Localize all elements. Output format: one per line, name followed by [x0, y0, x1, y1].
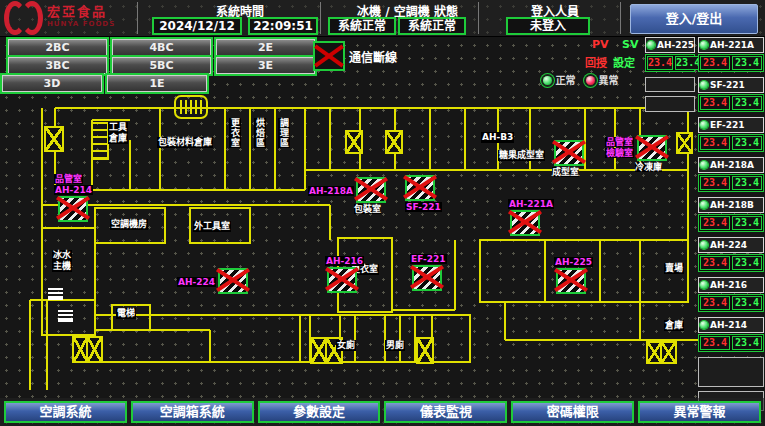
- damper-x-icon: [510, 210, 540, 236]
- marker-unit-label: SF-221: [405, 202, 442, 212]
- unit-status-led: [700, 161, 708, 169]
- empty-slot: [698, 357, 764, 387]
- nav-button[interactable]: 參數設定: [258, 401, 381, 423]
- comm-fault-marker[interactable]: 成型室: [554, 140, 584, 166]
- divider: [137, 2, 138, 34]
- comm-error-x-icon: [313, 41, 345, 71]
- comm-fault-marker[interactable]: AH-224: [218, 268, 248, 294]
- stairwell-x-icon: [86, 336, 103, 363]
- login-user-value: 未登入: [506, 17, 590, 35]
- unit-block[interactable]: AH-218A 23.4 23.4: [698, 157, 764, 192]
- unit-name: AH-221A: [710, 40, 754, 50]
- unit-sv-value: 23.4: [732, 136, 762, 150]
- comm-fault-marker[interactable]: AH-216: [327, 267, 357, 293]
- comm-fault-marker[interactable]: AH-218A 包裝室: [356, 177, 386, 203]
- unit-name-row[interactable]: AH-224: [698, 237, 764, 253]
- unit-values: 23.4 23.4: [645, 54, 695, 72]
- zone-button[interactable]: 2E: [216, 39, 315, 56]
- marker-room-label: 品管室: [54, 174, 83, 184]
- comm-fault-marker[interactable]: AH-221A: [510, 210, 540, 236]
- unit-pv-value: 23.4: [700, 176, 730, 190]
- room-label: 更衣室: [229, 118, 241, 148]
- stairwell-x-icon: [676, 132, 693, 154]
- damper-x-icon: [554, 140, 584, 166]
- unit-block[interactable]: AH-214 23.4 23.4: [698, 317, 764, 352]
- nav-button[interactable]: 空調系統: [4, 401, 127, 423]
- unit-name-row[interactable]: SF-221: [698, 77, 764, 93]
- damper-x-icon: [327, 267, 357, 293]
- logo-crescent-icon: [21, 1, 43, 35]
- damper-x-icon: [556, 268, 586, 294]
- abnormal-label: 異常: [598, 75, 618, 86]
- room-label: 外工具室: [193, 221, 231, 232]
- unit-name-row[interactable]: AH-225: [645, 37, 695, 53]
- unit-column-left: AH-225 23.4 23.4: [645, 37, 695, 116]
- room-label: 女廁: [336, 340, 356, 351]
- unit-status-led: [700, 121, 708, 129]
- comm-fault-marker[interactable]: 品管室 檢驗室 冷凍庫: [637, 135, 667, 161]
- unit-sv-value: 23.4: [732, 56, 762, 70]
- zone-button[interactable]: 1E: [107, 75, 207, 92]
- unit-status-led: [700, 321, 708, 329]
- comm-fault-marker[interactable]: EF-221: [412, 265, 442, 291]
- unit-values: 23.4 23.4: [698, 294, 764, 312]
- ladder-icon: [92, 123, 108, 159]
- zone-button[interactable]: 3BC: [8, 57, 107, 74]
- unit-pv-value: 23.4: [700, 216, 730, 230]
- brand-name-en: HUNYA FOODS: [47, 18, 115, 30]
- unit-sv-value: 23.4: [732, 96, 762, 110]
- nav-button[interactable]: 儀表監視: [384, 401, 507, 423]
- unit-block[interactable]: AH-218B 23.4 23.4: [698, 197, 764, 232]
- system-date-value: 2024/12/12: [152, 17, 242, 35]
- zone-button[interactable]: 4BC: [112, 39, 211, 56]
- damper-x-icon: [58, 196, 88, 222]
- unit-name-row[interactable]: AH-216: [698, 277, 764, 293]
- zone-button[interactable]: 3E: [216, 57, 315, 74]
- system-time-value: 22:09:51: [248, 17, 318, 35]
- unit-list-left: AH-225 23.4 23.4: [645, 37, 695, 77]
- unit-name-row[interactable]: AH-221A: [698, 37, 764, 53]
- damper-x-icon: [412, 265, 442, 291]
- unit-name: AH-218B: [710, 200, 754, 210]
- unit-block[interactable]: AH-221A 23.4 23.4: [698, 37, 764, 72]
- unit-values: 23.4 23.4: [698, 94, 764, 112]
- unit-block[interactable]: AH-224 23.4 23.4: [698, 237, 764, 272]
- green-led-icon: [543, 76, 552, 85]
- normal-legend: 正常: [543, 72, 575, 87]
- nav-button[interactable]: 空調箱系統: [131, 401, 254, 423]
- zone-button[interactable]: 5BC: [112, 57, 211, 74]
- pv-label: PV: [592, 38, 609, 51]
- empty-slot: [645, 96, 695, 112]
- room-label: 烘焙區: [254, 118, 266, 148]
- unit-name-row[interactable]: AH-214: [698, 317, 764, 333]
- unit-pv-value: 23.4: [700, 136, 730, 150]
- zone-button[interactable]: 3D: [2, 75, 102, 92]
- unit-block[interactable]: SF-221 23.4 23.4: [698, 77, 764, 112]
- unit-name: AH-225: [657, 40, 694, 50]
- unit-status-led: [700, 81, 708, 89]
- nav-button[interactable]: 異常警報: [638, 401, 761, 423]
- red-led-icon: [586, 76, 595, 85]
- unit-name: SF-221: [710, 80, 745, 90]
- sv-label: SV: [622, 38, 638, 51]
- zone-button[interactable]: 2BC: [8, 39, 107, 56]
- unit-name-row[interactable]: EF-221: [698, 117, 764, 133]
- divider: [620, 2, 621, 34]
- room-label: 冰水 主機: [52, 250, 72, 272]
- comm-fault-marker[interactable]: AH-225: [556, 268, 586, 294]
- unit-block[interactable]: EF-221 23.4 23.4: [698, 117, 764, 152]
- unit-block[interactable]: AH-225 23.4 23.4: [645, 37, 695, 72]
- unit-name-row[interactable]: AH-218A: [698, 157, 764, 173]
- nav-button[interactable]: 密碼權限: [511, 401, 634, 423]
- marker-sub-label: 成型室: [552, 167, 579, 177]
- comm-fault-marker[interactable]: SF-221: [405, 175, 435, 201]
- login-logout-button[interactable]: 登入/登出: [630, 4, 758, 34]
- comm-fault-marker[interactable]: 品管室 AH-214: [58, 196, 88, 222]
- unit-name-row[interactable]: AH-218B: [698, 197, 764, 213]
- comm-error-label: 通信斷線: [349, 48, 397, 65]
- marker-unit-label: AH-225: [554, 257, 593, 267]
- unit-name: EF-221: [710, 120, 745, 130]
- brand-name: 宏亞食品: [47, 6, 115, 18]
- room-label: AH-B3: [481, 132, 514, 143]
- unit-block[interactable]: AH-216 23.4 23.4: [698, 277, 764, 312]
